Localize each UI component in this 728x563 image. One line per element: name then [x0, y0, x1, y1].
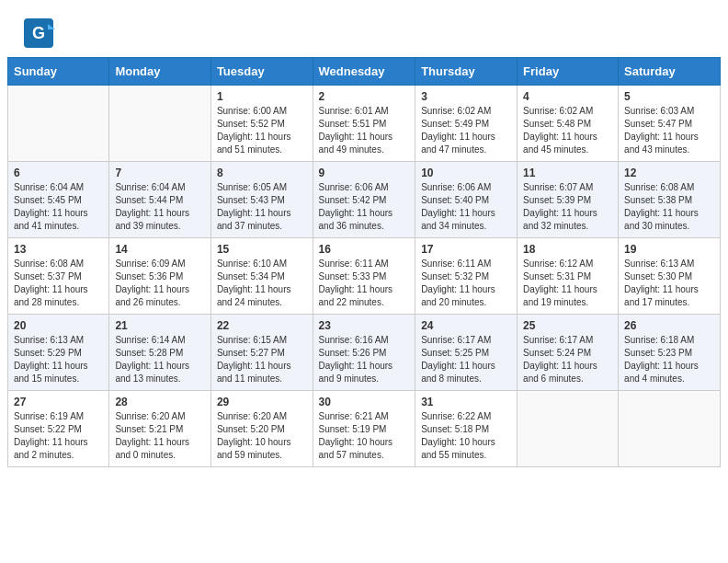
day-number: 29: [217, 396, 307, 408]
day-number: 30: [319, 396, 410, 408]
calendar-cell: 27Sunrise: 6:19 AM Sunset: 5:22 PM Dayli…: [8, 391, 109, 467]
calendar-cell: 15Sunrise: 6:10 AM Sunset: 5:34 PM Dayli…: [210, 238, 313, 315]
calendar-cell: 20Sunrise: 6:13 AM Sunset: 5:29 PM Dayli…: [8, 315, 109, 391]
calendar-header-row: SundayMondayTuesdayWednesdayThursdayFrid…: [8, 58, 721, 86]
day-number: 28: [115, 396, 205, 408]
day-info: Sunrise: 6:04 AM Sunset: 5:44 PM Dayligh…: [115, 181, 205, 233]
calendar-header-sunday: Sunday: [8, 58, 109, 86]
day-info: Sunrise: 6:07 AM Sunset: 5:39 PM Dayligh…: [523, 181, 612, 233]
day-info: Sunrise: 6:11 AM Sunset: 5:32 PM Dayligh…: [421, 258, 511, 309]
day-info: Sunrise: 6:05 AM Sunset: 5:43 PM Dayligh…: [217, 181, 307, 233]
calendar-cell: [109, 86, 211, 162]
calendar-header-friday: Friday: [518, 58, 619, 86]
calendar-cell: 7Sunrise: 6:04 AM Sunset: 5:44 PM Daylig…: [109, 162, 211, 238]
day-info: Sunrise: 6:22 AM Sunset: 5:18 PM Dayligh…: [421, 410, 511, 462]
calendar-cell: 28Sunrise: 6:20 AM Sunset: 5:21 PM Dayli…: [109, 391, 211, 467]
calendar-cell: 13Sunrise: 6:08 AM Sunset: 5:37 PM Dayli…: [8, 238, 109, 315]
calendar-cell: 1Sunrise: 6:00 AM Sunset: 5:52 PM Daylig…: [210, 86, 313, 162]
calendar-header-wednesday: Wednesday: [313, 58, 415, 86]
calendar-cell: 17Sunrise: 6:11 AM Sunset: 5:32 PM Dayli…: [415, 238, 518, 315]
day-info: Sunrise: 6:13 AM Sunset: 5:29 PM Dayligh…: [14, 334, 103, 385]
calendar-cell: 21Sunrise: 6:14 AM Sunset: 5:28 PM Dayli…: [109, 315, 211, 391]
calendar-cell: 12Sunrise: 6:08 AM Sunset: 5:38 PM Dayli…: [619, 162, 721, 238]
day-number: 31: [421, 396, 511, 408]
day-number: 7: [115, 167, 205, 179]
calendar-cell: 8Sunrise: 6:05 AM Sunset: 5:43 PM Daylig…: [210, 162, 313, 238]
calendar-cell: [518, 391, 619, 467]
calendar-cell: 3Sunrise: 6:02 AM Sunset: 5:49 PM Daylig…: [415, 86, 518, 162]
calendar-cell: 29Sunrise: 6:20 AM Sunset: 5:20 PM Dayli…: [210, 391, 313, 467]
day-info: Sunrise: 6:21 AM Sunset: 5:19 PM Dayligh…: [319, 410, 410, 462]
logo-icon: G: [22, 17, 55, 50]
day-info: Sunrise: 6:19 AM Sunset: 5:22 PM Dayligh…: [14, 410, 103, 462]
day-info: Sunrise: 6:20 AM Sunset: 5:21 PM Dayligh…: [115, 410, 205, 462]
day-info: Sunrise: 6:10 AM Sunset: 5:34 PM Dayligh…: [217, 258, 307, 309]
day-number: 17: [421, 243, 511, 256]
day-number: 6: [14, 167, 103, 179]
day-number: 25: [523, 319, 612, 332]
day-info: Sunrise: 6:18 AM Sunset: 5:23 PM Dayligh…: [624, 334, 714, 385]
calendar-header-saturday: Saturday: [619, 58, 721, 86]
calendar-cell: 2Sunrise: 6:01 AM Sunset: 5:51 PM Daylig…: [313, 86, 415, 162]
day-number: 10: [421, 167, 511, 179]
day-info: Sunrise: 6:00 AM Sunset: 5:52 PM Dayligh…: [217, 105, 307, 156]
calendar-cell: 26Sunrise: 6:18 AM Sunset: 5:23 PM Dayli…: [619, 315, 721, 391]
calendar-container: SundayMondayTuesdayWednesdayThursdayFrid…: [0, 57, 728, 475]
day-number: 3: [421, 90, 511, 103]
calendar-week-3: 13Sunrise: 6:08 AM Sunset: 5:37 PM Dayli…: [8, 238, 721, 315]
calendar-cell: 14Sunrise: 6:09 AM Sunset: 5:36 PM Dayli…: [109, 238, 211, 315]
calendar-cell: 16Sunrise: 6:11 AM Sunset: 5:33 PM Dayli…: [313, 238, 415, 315]
calendar-cell: 22Sunrise: 6:15 AM Sunset: 5:27 PM Dayli…: [210, 315, 313, 391]
day-info: Sunrise: 6:17 AM Sunset: 5:24 PM Dayligh…: [523, 334, 612, 385]
calendar-header-tuesday: Tuesday: [210, 58, 313, 86]
day-number: 26: [624, 319, 714, 332]
svg-text:G: G: [32, 24, 45, 42]
day-info: Sunrise: 6:09 AM Sunset: 5:36 PM Dayligh…: [115, 258, 205, 309]
day-info: Sunrise: 6:02 AM Sunset: 5:48 PM Dayligh…: [523, 105, 612, 156]
day-info: Sunrise: 6:17 AM Sunset: 5:25 PM Dayligh…: [421, 334, 511, 385]
calendar-cell: 31Sunrise: 6:22 AM Sunset: 5:18 PM Dayli…: [415, 391, 518, 467]
calendar-cell: 19Sunrise: 6:13 AM Sunset: 5:30 PM Dayli…: [619, 238, 721, 315]
day-number: 22: [217, 319, 307, 332]
calendar-cell: 18Sunrise: 6:12 AM Sunset: 5:31 PM Dayli…: [518, 238, 619, 315]
day-number: 24: [421, 319, 511, 332]
calendar-cell: 25Sunrise: 6:17 AM Sunset: 5:24 PM Dayli…: [518, 315, 619, 391]
calendar-cell: 10Sunrise: 6:06 AM Sunset: 5:40 PM Dayli…: [415, 162, 518, 238]
calendar-week-4: 20Sunrise: 6:13 AM Sunset: 5:29 PM Dayli…: [8, 315, 721, 391]
day-info: Sunrise: 6:12 AM Sunset: 5:31 PM Dayligh…: [523, 258, 612, 309]
day-number: 2: [319, 90, 410, 103]
day-info: Sunrise: 6:06 AM Sunset: 5:42 PM Dayligh…: [319, 181, 410, 233]
calendar-cell: 5Sunrise: 6:03 AM Sunset: 5:47 PM Daylig…: [619, 86, 721, 162]
day-info: Sunrise: 6:11 AM Sunset: 5:33 PM Dayligh…: [319, 258, 410, 309]
day-number: 23: [319, 319, 410, 332]
day-info: Sunrise: 6:03 AM Sunset: 5:47 PM Dayligh…: [624, 105, 714, 156]
day-info: Sunrise: 6:16 AM Sunset: 5:26 PM Dayligh…: [319, 334, 410, 385]
day-number: 4: [523, 90, 612, 103]
calendar-cell: 23Sunrise: 6:16 AM Sunset: 5:26 PM Dayli…: [313, 315, 415, 391]
day-info: Sunrise: 6:04 AM Sunset: 5:45 PM Dayligh…: [14, 181, 103, 233]
day-info: Sunrise: 6:20 AM Sunset: 5:20 PM Dayligh…: [217, 410, 307, 462]
day-number: 8: [217, 167, 307, 179]
calendar-header-monday: Monday: [109, 58, 211, 86]
calendar-cell: [8, 86, 109, 162]
calendar-week-2: 6Sunrise: 6:04 AM Sunset: 5:45 PM Daylig…: [8, 162, 721, 238]
day-number: 16: [319, 243, 410, 256]
logo: G: [22, 17, 61, 50]
day-info: Sunrise: 6:01 AM Sunset: 5:51 PM Dayligh…: [319, 105, 410, 156]
day-info: Sunrise: 6:13 AM Sunset: 5:30 PM Dayligh…: [624, 258, 714, 309]
calendar-week-1: 1Sunrise: 6:00 AM Sunset: 5:52 PM Daylig…: [8, 86, 721, 162]
day-number: 27: [14, 396, 103, 408]
day-number: 11: [523, 167, 612, 179]
calendar-cell: 9Sunrise: 6:06 AM Sunset: 5:42 PM Daylig…: [313, 162, 415, 238]
day-info: Sunrise: 6:08 AM Sunset: 5:38 PM Dayligh…: [624, 181, 714, 233]
calendar-header-thursday: Thursday: [415, 58, 518, 86]
day-info: Sunrise: 6:15 AM Sunset: 5:27 PM Dayligh…: [217, 334, 307, 385]
day-number: 18: [523, 243, 612, 256]
calendar-cell: 11Sunrise: 6:07 AM Sunset: 5:39 PM Dayli…: [518, 162, 619, 238]
day-number: 15: [217, 243, 307, 256]
day-number: 13: [14, 243, 103, 256]
day-info: Sunrise: 6:02 AM Sunset: 5:49 PM Dayligh…: [421, 105, 511, 156]
calendar-cell: 4Sunrise: 6:02 AM Sunset: 5:48 PM Daylig…: [518, 86, 619, 162]
day-info: Sunrise: 6:08 AM Sunset: 5:37 PM Dayligh…: [14, 258, 103, 309]
day-number: 5: [624, 90, 714, 103]
